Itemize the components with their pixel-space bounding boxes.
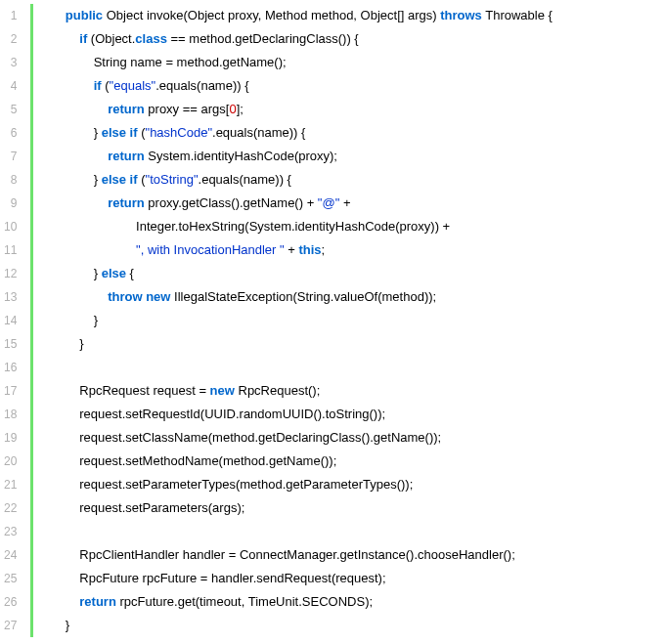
token-kw: throws — [440, 8, 482, 22]
line-number: 17 — [0, 379, 21, 403]
line-number: 5 — [0, 98, 21, 121]
token-kw: return — [108, 149, 145, 163]
code-line: request.setMethodName(method.getName()); — [51, 450, 664, 473]
token-pl: .equals(name)) { — [199, 172, 291, 187]
token-pl: String name = method.getName(); — [94, 55, 287, 69]
token-pl: + — [285, 242, 299, 257]
token-pl: ; — [322, 242, 326, 257]
line-number: 9 — [0, 192, 21, 215]
line-number: 22 — [0, 496, 21, 520]
code-block: 1234567891011121314151617181920212223242… — [0, 0, 664, 641]
token-pl: } — [66, 618, 69, 632]
token-pl: } — [79, 336, 83, 351]
line-number: 8 — [0, 168, 21, 192]
line-number: 26 — [0, 590, 21, 614]
token-kw: throw — [108, 289, 142, 304]
code-line: } else if ("hashCode".equals(name)) { — [51, 121, 664, 145]
line-number: 16 — [0, 356, 21, 379]
code-line: return rpcFuture.get(timeout, TimeUnit.S… — [51, 590, 664, 614]
line-number: 27 — [0, 614, 21, 637]
token-kw: return — [108, 102, 145, 116]
token-pl: request.setParameterTypes(method.getPara… — [79, 477, 413, 492]
code-line: return System.identityHashCode(proxy); — [51, 145, 664, 168]
code-line: request.setParameters(args); — [51, 496, 664, 520]
token-pl: ( — [138, 172, 146, 187]
token-pl: .equals(name)) { — [155, 78, 248, 93]
token-pl: IllegalStateException(String.valueOf(met… — [170, 289, 436, 304]
token-pl: Throwable { — [482, 8, 553, 22]
line-number: 11 — [0, 238, 21, 262]
token-str: "toString" — [146, 172, 199, 187]
token-pl: request.setClassName(method.getDeclaring… — [79, 430, 441, 445]
token-kw: return — [108, 195, 145, 210]
token-kw: return — [79, 594, 116, 609]
token-kw: public — [66, 8, 103, 22]
token-pl: rpcFuture.get(timeout, TimeUnit.SECONDS)… — [116, 594, 373, 609]
code-line: ", with InvocationHandler " + this; — [51, 238, 664, 262]
token-pl: Integer.toHexString(System.identityHashC… — [136, 219, 450, 234]
line-number: 6 — [0, 121, 21, 145]
token-pl: ]; — [237, 102, 243, 116]
token-pl: (Object. — [87, 31, 135, 46]
code-line: RpcRequest request = new RpcRequest(); — [51, 379, 664, 403]
token-str: "equals" — [110, 78, 156, 93]
line-number: 20 — [0, 450, 21, 473]
code-line: String name = method.getName(); — [51, 51, 664, 74]
token-kw: else — [102, 125, 126, 140]
token-str: ", with InvocationHandler " — [136, 242, 285, 257]
token-kw: if — [94, 78, 102, 93]
code-content: public Object invoke(Object proxy, Metho… — [33, 4, 664, 637]
line-number: 18 — [0, 403, 21, 426]
token-pl: } — [94, 266, 102, 280]
line-number: 14 — [0, 309, 21, 332]
token-str: "hashCode" — [146, 125, 213, 140]
code-line: request.setRequestId(UUID.randomUUID().t… — [51, 403, 664, 426]
token-kw: if — [130, 125, 138, 140]
code-line: public Object invoke(Object proxy, Metho… — [51, 4, 664, 27]
line-number: 13 — [0, 285, 21, 309]
token-pl: request.setMethodName(method.getName()); — [79, 453, 336, 468]
code-line: } else { — [51, 262, 664, 285]
token-pl: } — [94, 313, 98, 327]
code-line — [51, 356, 664, 379]
token-pl: RpcRequest(); — [235, 383, 320, 398]
token-pl: proxy.getClass().getName() + — [145, 195, 318, 210]
code-line: if (Object.class == method.getDeclaringC… — [51, 27, 664, 51]
line-number: 2 — [0, 27, 21, 51]
token-pl: { — [126, 266, 134, 280]
code-line: } — [51, 309, 664, 332]
line-number-gutter: 1234567891011121314151617181920212223242… — [0, 4, 33, 637]
code-line: if ("equals".equals(name)) { — [51, 74, 664, 98]
line-number: 10 — [0, 215, 21, 238]
line-number: 23 — [0, 520, 21, 543]
line-number: 1 — [0, 4, 21, 27]
code-line: RpcClientHandler handler = ConnectManage… — [51, 543, 664, 567]
code-line: throw new IllegalStateException(String.v… — [51, 285, 664, 309]
code-line: } — [51, 332, 664, 356]
token-kw: else — [102, 266, 126, 280]
code-line — [51, 520, 664, 543]
line-number: 19 — [0, 426, 21, 450]
token-pl: } — [94, 172, 102, 187]
token-pl: Object invoke(Object proxy, Method metho… — [103, 8, 440, 22]
code-line: request.setClassName(method.getDeclaring… — [51, 426, 664, 450]
token-kw: if — [130, 172, 138, 187]
token-pl: .equals(name)) { — [212, 125, 305, 140]
token-pl: RpcFuture rpcFuture = handler.sendReques… — [79, 571, 385, 585]
code-line: Integer.toHexString(System.identityHashC… — [51, 215, 664, 238]
token-pl: + — [339, 195, 350, 210]
code-line: request.setParameterTypes(method.getPara… — [51, 473, 664, 496]
line-number: 7 — [0, 145, 21, 168]
line-number: 15 — [0, 332, 21, 356]
token-pl: request.setRequestId(UUID.randomUUID().t… — [79, 407, 385, 421]
line-number: 21 — [0, 473, 21, 496]
token-pl: == method.getDeclaringClass()) { — [167, 31, 359, 46]
token-pl: proxy == args[ — [145, 102, 230, 116]
token-pl: ( — [102, 78, 110, 93]
line-number: 3 — [0, 51, 21, 74]
token-pl: System.identityHashCode(proxy); — [145, 149, 337, 163]
token-pl: } — [94, 125, 102, 140]
code-line: return proxy == args[0]; — [51, 98, 664, 121]
token-pl: RpcRequest request = — [79, 383, 209, 398]
token-kw: class — [135, 31, 167, 46]
